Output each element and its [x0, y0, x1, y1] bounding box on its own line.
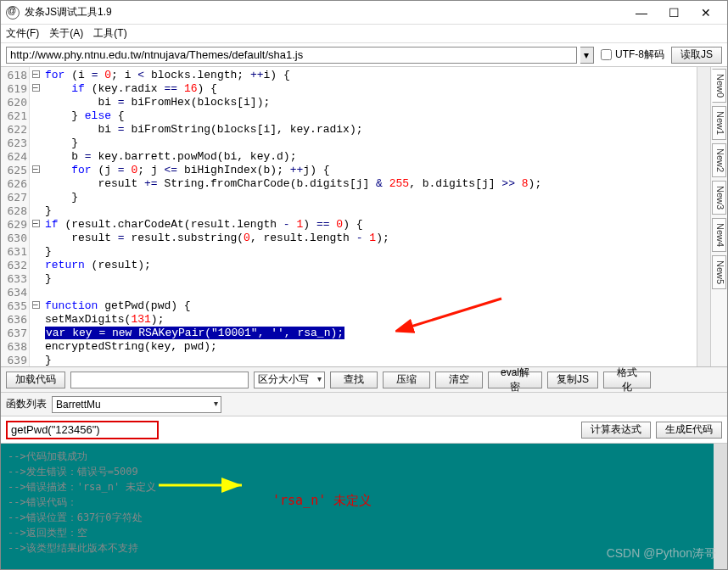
console-output: -->代码加载成功 -->发生错误：错误号=5009 -->错误描述：'rsa_… — [1, 444, 727, 569]
minimize-button[interactable]: — — [625, 1, 658, 25]
find-button[interactable]: 查找 — [330, 372, 378, 388]
line-gutter: 6186196206216226236246256266276286296306… — [1, 67, 30, 366]
code-editor[interactable]: for (i = 0; i < blocks.length; ++i) { if… — [42, 67, 697, 366]
calc-expr-button[interactable]: 计算表达式 — [581, 422, 651, 439]
vertical-scrollbar[interactable] — [697, 67, 710, 366]
compress-button[interactable]: 压缩 — [383, 372, 430, 388]
close-button[interactable]: ✕ — [690, 1, 722, 25]
url-input[interactable] — [6, 47, 577, 64]
case-combo[interactable]: 区分大小写 — [254, 372, 325, 388]
window-title: 发条JS调试工具1.9 — [25, 5, 625, 20]
copyjs-button[interactable]: 复制JS — [547, 372, 598, 388]
menu-tools[interactable]: 工具(T) — [93, 26, 126, 41]
tab-new2[interactable]: New2 — [712, 143, 726, 177]
tab-new4[interactable]: New4 — [712, 218, 726, 252]
utf8-checkbox[interactable]: UTF-8解码 — [601, 48, 664, 62]
func-combo[interactable]: BarrettMu — [52, 396, 221, 413]
clear-button[interactable]: 清空 — [435, 372, 483, 388]
func-list-label: 函数列表 — [6, 397, 47, 411]
url-dropdown[interactable]: ▾ — [580, 47, 594, 64]
tab-new5[interactable]: New5 — [712, 255, 726, 289]
menu-file[interactable]: 文件(F) — [6, 26, 39, 41]
tab-new0[interactable]: New0 — [712, 69, 726, 103]
tab-new1[interactable]: New1 — [712, 106, 726, 140]
load-code-button[interactable]: 加载代码 — [6, 372, 65, 388]
maximize-button[interactable]: ☐ — [658, 1, 690, 25]
app-icon — [6, 6, 20, 20]
tab-new3[interactable]: New3 — [712, 181, 726, 215]
expression-input[interactable] — [6, 421, 159, 439]
gen-ecode-button[interactable]: 生成E代码 — [656, 422, 722, 439]
fold-column[interactable] — [30, 67, 42, 366]
eval-button[interactable]: eval解密 — [488, 372, 542, 388]
menu-about[interactable]: 关于(A) — [49, 26, 83, 41]
read-js-button[interactable]: 读取JS — [671, 47, 722, 64]
format-button[interactable]: 格式化 — [603, 372, 651, 388]
search-input[interactable] — [70, 372, 249, 388]
